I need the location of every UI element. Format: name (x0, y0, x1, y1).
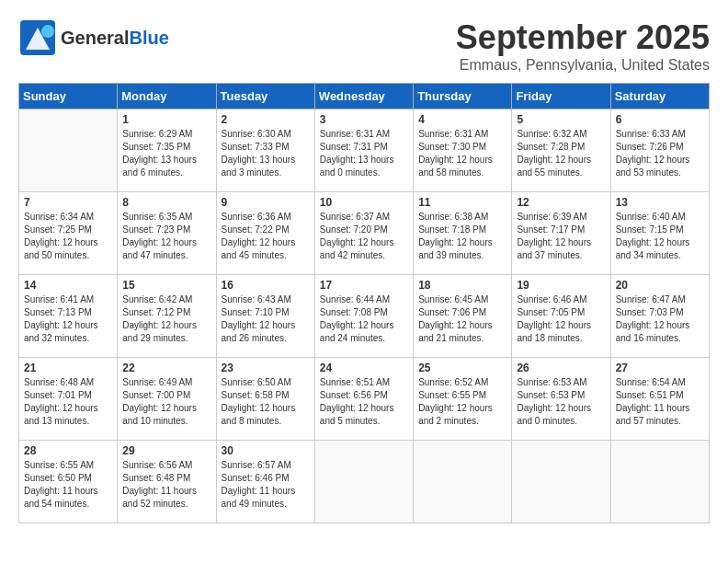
day-number: 27 (616, 362, 704, 374)
calendar-cell: 23Sunrise: 6:50 AMSunset: 6:58 PMDayligh… (216, 358, 314, 441)
calendar-cell: 26Sunrise: 6:53 AMSunset: 6:53 PMDayligh… (512, 358, 610, 441)
day-info: Sunrise: 6:37 AMSunset: 7:20 PMDaylight:… (320, 211, 408, 262)
calendar-cell: 24Sunrise: 6:51 AMSunset: 6:56 PMDayligh… (314, 358, 413, 441)
day-number: 23 (222, 362, 310, 374)
logo-blue: Blue (129, 28, 168, 48)
day-info: Sunrise: 6:32 AMSunset: 7:28 PMDaylight:… (517, 128, 605, 179)
calendar-cell: 20Sunrise: 6:47 AMSunset: 7:03 PMDayligh… (610, 275, 709, 358)
calendar-week-row: 14Sunrise: 6:41 AMSunset: 7:13 PMDayligh… (19, 275, 710, 358)
day-info: Sunrise: 6:48 AMSunset: 7:01 PMDaylight:… (24, 376, 112, 428)
day-number: 19 (517, 279, 605, 292)
calendar-cell (414, 441, 512, 523)
calendar-cell (314, 441, 413, 523)
day-number: 10 (320, 196, 408, 209)
day-number: 20 (616, 279, 704, 292)
day-info: Sunrise: 6:33 AMSunset: 7:26 PMDaylight:… (616, 128, 704, 179)
page-header: GeneralBlue September 2025 Emmaus, Penns… (18, 18, 710, 74)
day-info: Sunrise: 6:56 AMSunset: 6:48 PMDaylight:… (122, 459, 210, 511)
day-number: 29 (122, 444, 210, 457)
calendar-cell: 28Sunrise: 6:55 AMSunset: 6:50 PMDayligh… (19, 441, 118, 523)
day-number: 13 (616, 196, 704, 209)
weekday-header: Tuesday (216, 84, 314, 109)
day-info: Sunrise: 6:31 AMSunset: 7:31 PMDaylight:… (320, 128, 408, 179)
day-info: Sunrise: 6:47 AMSunset: 7:03 PMDaylight:… (616, 293, 704, 345)
day-info: Sunrise: 6:55 AMSunset: 6:50 PMDaylight:… (24, 459, 112, 511)
day-number: 6 (616, 113, 704, 126)
svg-point-2 (41, 25, 54, 38)
day-number: 18 (418, 279, 506, 292)
calendar-cell: 25Sunrise: 6:52 AMSunset: 6:55 PMDayligh… (414, 358, 512, 441)
calendar-cell: 4Sunrise: 6:31 AMSunset: 7:30 PMDaylight… (414, 109, 512, 192)
day-info: Sunrise: 6:42 AMSunset: 7:12 PMDaylight:… (122, 293, 210, 345)
day-info: Sunrise: 6:49 AMSunset: 7:00 PMDaylight:… (122, 376, 210, 428)
day-number: 22 (122, 362, 210, 374)
day-number: 5 (517, 113, 605, 126)
calendar-cell: 3Sunrise: 6:31 AMSunset: 7:31 PMDaylight… (314, 109, 413, 192)
day-info: Sunrise: 6:46 AMSunset: 7:05 PMDaylight:… (517, 293, 605, 345)
day-number: 28 (24, 444, 112, 457)
day-info: Sunrise: 6:54 AMSunset: 6:51 PMDaylight:… (616, 376, 704, 428)
day-number: 30 (222, 444, 310, 457)
calendar-cell: 11Sunrise: 6:38 AMSunset: 7:18 PMDayligh… (414, 192, 512, 275)
calendar-cell: 6Sunrise: 6:33 AMSunset: 7:26 PMDaylight… (610, 109, 709, 192)
title-area: September 2025 Emmaus, Pennsylvania, Uni… (456, 18, 710, 74)
logo: GeneralBlue (18, 18, 169, 57)
day-number: 17 (320, 279, 408, 292)
day-info: Sunrise: 6:52 AMSunset: 6:55 PMDaylight:… (418, 376, 506, 428)
day-number: 21 (24, 362, 112, 374)
calendar-table: SundayMondayTuesdayWednesdayThursdayFrid… (18, 83, 710, 523)
calendar-cell: 5Sunrise: 6:32 AMSunset: 7:28 PMDaylight… (512, 109, 610, 192)
day-number: 25 (418, 362, 506, 374)
day-info: Sunrise: 6:50 AMSunset: 6:58 PMDaylight:… (222, 376, 310, 428)
day-number: 16 (222, 279, 310, 292)
day-number: 12 (517, 196, 605, 209)
calendar-cell: 13Sunrise: 6:40 AMSunset: 7:15 PMDayligh… (610, 192, 709, 275)
calendar-cell: 9Sunrise: 6:36 AMSunset: 7:22 PMDaylight… (216, 192, 314, 275)
day-number: 9 (222, 196, 310, 209)
day-number: 7 (24, 196, 112, 209)
calendar-cell: 17Sunrise: 6:44 AMSunset: 7:08 PMDayligh… (314, 275, 413, 358)
day-info: Sunrise: 6:38 AMSunset: 7:18 PMDaylight:… (418, 211, 506, 262)
day-info: Sunrise: 6:53 AMSunset: 6:53 PMDaylight:… (517, 376, 605, 428)
day-info: Sunrise: 6:36 AMSunset: 7:22 PMDaylight:… (222, 211, 310, 262)
calendar-cell: 14Sunrise: 6:41 AMSunset: 7:13 PMDayligh… (19, 275, 118, 358)
calendar-cell: 16Sunrise: 6:43 AMSunset: 7:10 PMDayligh… (216, 275, 314, 358)
day-info: Sunrise: 6:43 AMSunset: 7:10 PMDaylight:… (222, 293, 310, 345)
day-number: 3 (320, 113, 408, 126)
location: Emmaus, Pennsylvania, United States (456, 57, 710, 74)
day-info: Sunrise: 6:29 AMSunset: 7:35 PMDaylight:… (122, 128, 210, 179)
calendar-cell: 27Sunrise: 6:54 AMSunset: 6:51 PMDayligh… (610, 358, 709, 441)
weekday-header: Saturday (610, 84, 709, 109)
calendar-week-row: 28Sunrise: 6:55 AMSunset: 6:50 PMDayligh… (19, 441, 710, 523)
calendar-cell: 18Sunrise: 6:45 AMSunset: 7:06 PMDayligh… (414, 275, 512, 358)
day-number: 14 (24, 279, 112, 292)
day-number: 24 (320, 362, 408, 374)
calendar-cell: 12Sunrise: 6:39 AMSunset: 7:17 PMDayligh… (512, 192, 610, 275)
weekday-header-row: SundayMondayTuesdayWednesdayThursdayFrid… (19, 84, 710, 109)
day-info: Sunrise: 6:34 AMSunset: 7:25 PMDaylight:… (24, 211, 112, 262)
calendar-week-row: 1Sunrise: 6:29 AMSunset: 7:35 PMDaylight… (19, 109, 710, 192)
weekday-header: Sunday (19, 84, 118, 109)
day-info: Sunrise: 6:44 AMSunset: 7:08 PMDaylight:… (320, 293, 408, 345)
calendar-cell: 7Sunrise: 6:34 AMSunset: 7:25 PMDaylight… (19, 192, 118, 275)
day-info: Sunrise: 6:45 AMSunset: 7:06 PMDaylight:… (418, 293, 506, 345)
calendar-cell: 29Sunrise: 6:56 AMSunset: 6:48 PMDayligh… (118, 441, 216, 523)
calendar-cell (610, 441, 709, 523)
calendar-cell: 22Sunrise: 6:49 AMSunset: 7:00 PMDayligh… (118, 358, 216, 441)
weekday-header: Wednesday (314, 84, 413, 109)
day-number: 8 (122, 196, 210, 209)
day-number: 11 (418, 196, 506, 209)
day-info: Sunrise: 6:30 AMSunset: 7:33 PMDaylight:… (222, 128, 310, 179)
logo-general: General (61, 28, 129, 48)
calendar-cell: 21Sunrise: 6:48 AMSunset: 7:01 PMDayligh… (19, 358, 118, 441)
day-number: 1 (122, 113, 210, 126)
weekday-header: Monday (118, 84, 216, 109)
weekday-header: Thursday (414, 84, 512, 109)
day-info: Sunrise: 6:51 AMSunset: 6:56 PMDaylight:… (320, 376, 408, 428)
day-info: Sunrise: 6:35 AMSunset: 7:23 PMDaylight:… (122, 211, 210, 262)
day-info: Sunrise: 6:57 AMSunset: 6:46 PMDaylight:… (222, 459, 310, 511)
day-info: Sunrise: 6:40 AMSunset: 7:15 PMDaylight:… (616, 211, 704, 262)
calendar-cell (19, 109, 118, 192)
calendar-cell: 8Sunrise: 6:35 AMSunset: 7:23 PMDaylight… (118, 192, 216, 275)
calendar-cell: 1Sunrise: 6:29 AMSunset: 7:35 PMDaylight… (118, 109, 216, 192)
